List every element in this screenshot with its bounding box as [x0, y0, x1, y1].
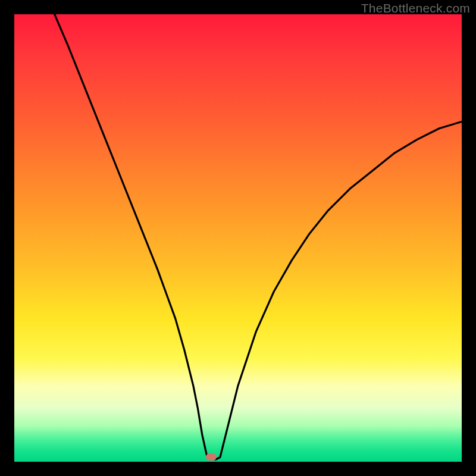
minimum-marker: [206, 453, 217, 461]
watermark-text: TheBottleneck.com: [361, 1, 470, 15]
plot-area: [14, 14, 462, 462]
chart-frame: TheBottleneck.com: [0, 0, 476, 476]
bottleneck-curve: [14, 14, 462, 462]
